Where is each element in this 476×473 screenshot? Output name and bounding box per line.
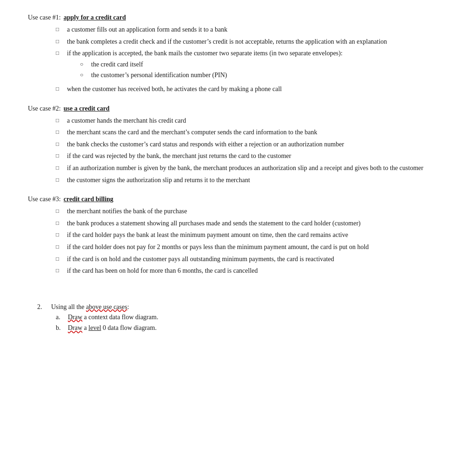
use-case-1-name: apply for a credit card bbox=[64, 14, 126, 21]
level-underline: level bbox=[88, 324, 101, 331]
use-case-1-label: Use case #1: bbox=[28, 14, 61, 21]
numbered-item-intro-underline: above use cases bbox=[86, 303, 127, 310]
numbered-item-intro-suffix: : bbox=[127, 303, 129, 310]
checkbox-icon: □ bbox=[56, 219, 62, 227]
sub-list-item: ○ the customer’s personal identification… bbox=[80, 71, 448, 80]
alpha-label-b: b. bbox=[56, 323, 64, 333]
list-item: □ if the card holder does not pay for 2 … bbox=[56, 243, 448, 252]
checkbox-icon: □ bbox=[56, 243, 62, 251]
item-text: a customer hands the merchant his credit… bbox=[67, 116, 448, 125]
use-case-2-title: Use case #2: use a credit card bbox=[28, 105, 448, 112]
list-item: □ if the application is accepted, the ba… bbox=[56, 49, 448, 82]
item-text: if the card holder does not pay for 2 mo… bbox=[67, 243, 448, 252]
use-case-1-list: □ a customer fills out an application fo… bbox=[28, 25, 448, 94]
sub-alpha-text-a: Draw a context data flow diagram. bbox=[68, 313, 158, 322]
list-item: □ the bank checks the customer’s card st… bbox=[56, 140, 448, 149]
numbered-item-intro-prefix: Using all the bbox=[51, 303, 86, 310]
list-item: □ a customer fills out an application fo… bbox=[56, 25, 448, 34]
list-item: □ the merchant notifies the bank of the … bbox=[56, 207, 448, 216]
draw-underline-a: Draw bbox=[68, 314, 82, 321]
checkbox-icon: □ bbox=[56, 38, 62, 46]
numbered-item-num: 2. bbox=[37, 303, 46, 335]
sub-list-item: ○ the credit card itself bbox=[80, 60, 448, 69]
use-case-2-list: □ a customer hands the merchant his cred… bbox=[28, 116, 448, 185]
item-text: if the card is on hold and the customer … bbox=[67, 255, 448, 264]
list-item: □ a customer hands the merchant his cred… bbox=[56, 116, 448, 125]
numbered-section: 2. Using all the above use cases: a. Dra… bbox=[28, 303, 448, 335]
use-case-2-name: use a credit card bbox=[64, 105, 110, 112]
checkbox-icon: □ bbox=[56, 152, 62, 160]
list-item: □ the merchant scans the card and the me… bbox=[56, 128, 448, 137]
sub-alpha-item-a: a. Draw a context data flow diagram. bbox=[56, 313, 448, 322]
item-text: the merchant notifies the bank of the pu… bbox=[67, 207, 448, 216]
item-text: the merchant scans the card and the merc… bbox=[67, 128, 448, 137]
numbered-item-2: 2. Using all the above use cases: a. Dra… bbox=[37, 303, 448, 335]
use-case-3-label: Use case #3: bbox=[28, 196, 61, 203]
circle-icon: ○ bbox=[80, 60, 86, 68]
checkbox-icon: □ bbox=[56, 164, 62, 172]
checkbox-icon: □ bbox=[56, 85, 62, 93]
sub-item-text: the customer’s personal identification n… bbox=[91, 71, 227, 80]
sub-alpha-list: a. Draw a context data flow diagram. b. … bbox=[51, 313, 448, 333]
sub-alpha-item-b: b. Draw a level 0 data flow diagram. bbox=[56, 323, 448, 333]
circle-icon: ○ bbox=[80, 71, 86, 79]
checkbox-icon: □ bbox=[56, 26, 62, 33]
list-item: □ if an authorization number is given by… bbox=[56, 164, 448, 173]
item-text: when the customer has received both, he … bbox=[67, 85, 448, 94]
checkbox-icon: □ bbox=[56, 207, 62, 215]
numbered-item-content: Using all the above use cases: a. Draw a… bbox=[51, 303, 448, 335]
list-item: □ if the card was rejected by the bank, … bbox=[56, 151, 448, 161]
sub-item-text: the credit card itself bbox=[91, 60, 143, 69]
item-text: a customer fills out an application form… bbox=[67, 25, 448, 34]
use-case-2-label: Use case #2: bbox=[28, 105, 61, 112]
list-item: □ the customer signs the authorization s… bbox=[56, 176, 448, 185]
item-text: the bank checks the customer’s card stat… bbox=[67, 140, 448, 149]
checkbox-icon: □ bbox=[56, 176, 62, 184]
list-item: □ the bank produces a statement showing … bbox=[56, 219, 448, 228]
list-item: □ if the card has been on hold for more … bbox=[56, 266, 448, 276]
sub-list: ○ the credit card itself ○ the customer’… bbox=[67, 60, 448, 80]
item-text: if the card was rejected by the bank, th… bbox=[67, 151, 448, 161]
item-text: the bank produces a statement showing al… bbox=[67, 219, 448, 228]
item-text: if an authorization number is given by t… bbox=[67, 164, 448, 173]
sub-alpha-text-b: Draw a level 0 data flow diagram. bbox=[68, 323, 157, 333]
use-case-3-title: Use case #3: credit card billing bbox=[28, 196, 448, 203]
checkbox-icon: □ bbox=[56, 140, 62, 148]
checkbox-icon: □ bbox=[56, 49, 62, 57]
checkbox-icon: □ bbox=[56, 267, 62, 275]
list-item: □ when the customer has received both, h… bbox=[56, 85, 448, 94]
use-case-3-name: credit card billing bbox=[64, 196, 113, 203]
item-text: if the card holder pays the bank at leas… bbox=[67, 230, 448, 240]
use-case-1: Use case #1: apply for a credit card □ a… bbox=[28, 14, 448, 94]
draw-underline-b: Draw bbox=[68, 324, 82, 331]
alpha-label-a: a. bbox=[56, 313, 64, 322]
list-item: □ if the card holder pays the bank at le… bbox=[56, 230, 448, 240]
checkbox-icon: □ bbox=[56, 117, 62, 125]
use-case-3: Use case #3: credit card billing □ the m… bbox=[28, 196, 448, 276]
checkbox-icon: □ bbox=[56, 128, 62, 136]
checkbox-icon: □ bbox=[56, 231, 62, 239]
item-text: the bank completes a credit check and if… bbox=[67, 37, 448, 46]
list-item: □ the bank completes a credit check and … bbox=[56, 37, 448, 46]
use-case-2: Use case #2: use a credit card □ a custo… bbox=[28, 105, 448, 185]
use-case-1-title: Use case #1: apply for a credit card bbox=[28, 14, 448, 21]
item-text: the customer signs the authorization sli… bbox=[67, 176, 448, 185]
use-case-3-list: □ the merchant notifies the bank of the … bbox=[28, 207, 448, 276]
checkbox-icon: □ bbox=[56, 255, 62, 263]
item-text: if the card has been on hold for more th… bbox=[67, 266, 448, 276]
list-item: □ if the card is on hold and the custome… bbox=[56, 255, 448, 264]
item-text: if the application is accepted, the bank… bbox=[67, 49, 448, 82]
